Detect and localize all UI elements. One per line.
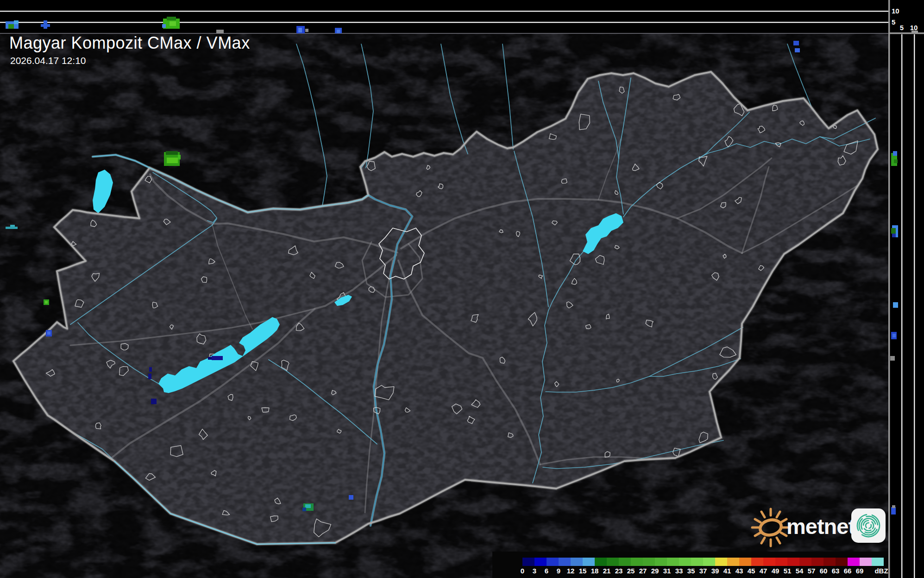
legend-color-step [836,558,848,566]
right-profile-label-5km: 5 [898,24,905,31]
metnet-wordmark: metnet [786,514,855,539]
radar-map-canvas [0,0,924,578]
map-radar-echo [151,399,157,404]
map-radar-echo [305,504,311,508]
top-profile-echo [298,28,302,32]
map-area [0,0,924,578]
map-radar-echo [45,301,48,304]
legend-color-step [583,558,595,566]
right-profile-echo [893,302,898,308]
legend-color-step [547,558,559,566]
map-radar-echo [349,495,353,500]
dbz-colorbar [522,558,884,566]
right-profile-gridline-5km [901,34,902,578]
top-profile-label-10km: 10 [892,7,899,14]
top-profile-gridline-5km [0,22,888,23]
legend-color-step [727,558,739,566]
right-profile-echo [892,505,895,508]
top-profile-echo [167,17,176,20]
legend-color-step [739,558,751,566]
right-profile-echo [891,507,896,514]
map-radar-echo [149,367,152,372]
right-profile-label-10km: 10 [909,24,919,31]
map-radar-echo [10,225,15,227]
legend-color-step [751,558,763,566]
legend-color-step [811,558,823,566]
map-radar-echo [178,155,181,159]
legend-color-step [775,558,787,566]
legend-tick-label: 69 [853,567,867,575]
legend-color-step [691,558,703,566]
right-profile-echo [893,334,896,337]
right-profile-echo [890,356,895,361]
dbz-legend: 0369121518212325272931333537394143454749… [492,552,888,578]
top-profile-echo [305,29,308,32]
right-profile-background [890,0,924,578]
legend-color-step [872,558,884,566]
map-radar-echo [208,357,212,360]
top-profile-echo [162,24,166,28]
map-radar-echo [167,158,178,163]
top-profile-gridline-10km [0,11,888,12]
legend-color-step [655,558,667,566]
terrain-soft-texture [0,0,924,578]
radar-composite-screen: Magyar Kompozit CMax / VMax 2026.04.17 1… [0,0,924,578]
legend-color-step [595,558,607,566]
top-profile-echo [41,24,50,27]
top-profile-label-5km: 5 [892,19,895,25]
right-profile-echo [892,234,896,237]
legend-color-step [522,558,534,566]
map-radar-echo [793,41,799,45]
map-radar-echo [148,374,151,379]
timestamp: 2026.04.17 12:10 [10,55,86,66]
legend-color-step [715,558,727,566]
right-profile-echo [894,159,898,163]
right-height-profile [890,0,924,578]
legend-color-step [631,558,643,566]
right-profile-gridline-10km [914,34,915,578]
legend-color-step [619,558,631,566]
legend-color-step [607,558,619,566]
top-profile-echo [170,21,176,26]
map-radar-echo [795,48,800,52]
legend-color-step [848,558,860,566]
legend-color-step [799,558,811,566]
page-title: Magyar Kompozit CMax / VMax [9,33,250,53]
top-height-profile [0,0,889,33]
right-panel-top-divider [888,32,924,34]
top-profile-background [0,0,889,33]
map-radar-echo [212,356,223,360]
legend-color-step [763,558,775,566]
legend-color-step [860,558,872,566]
top-profile-echo [14,20,19,24]
legend-color-step [787,558,799,566]
legend-color-step [534,558,547,566]
legend-color-step [679,558,691,566]
vertical-panel-divider [888,0,890,578]
metnet-app-icon [851,508,886,543]
top-profile-echo [8,24,14,29]
right-profile-echo [891,228,896,234]
legend-color-step [559,558,571,566]
legend-unit-label: dBZ [874,567,888,575]
map-radar-echo [166,151,178,155]
top-profile-echo [337,30,340,33]
legend-color-step [643,558,655,566]
legend-color-step [667,558,679,566]
metnet-logo: metnet [748,505,887,549]
map-radar-echo [6,227,18,229]
legend-color-step [823,558,836,566]
map-radar-echo [302,508,306,511]
map-radar-echo [47,331,50,335]
top-profile-echo [216,30,224,33]
right-profile-echo [893,151,897,156]
legend-color-step [703,558,715,566]
legend-color-step [571,558,583,566]
